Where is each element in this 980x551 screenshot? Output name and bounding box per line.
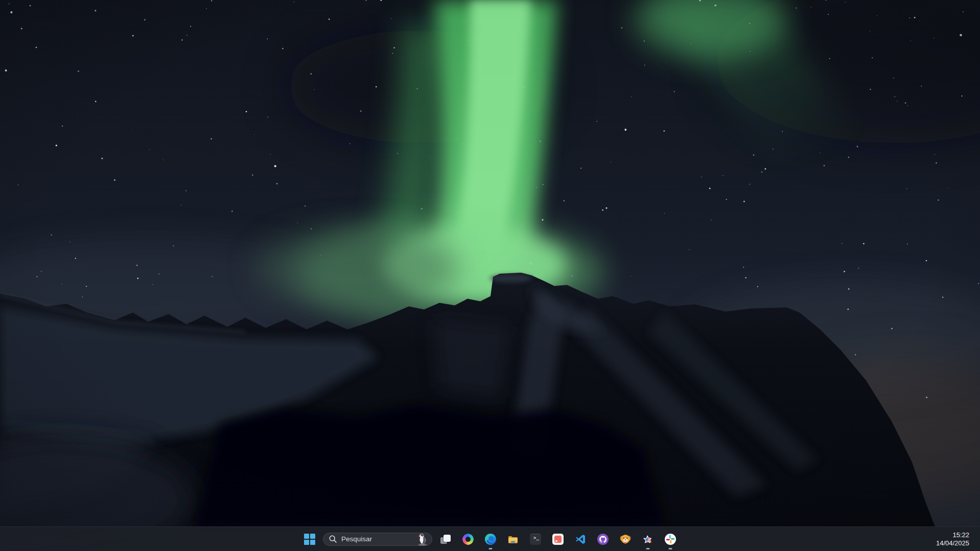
github-desktop-button[interactable] bbox=[592, 528, 614, 550]
slack-button[interactable] bbox=[659, 528, 682, 550]
taskbar: Pesquisar bbox=[0, 526, 980, 551]
windows-logo-icon bbox=[304, 534, 315, 545]
dog-app-button[interactable] bbox=[614, 528, 637, 550]
vscode-button[interactable] bbox=[569, 528, 592, 550]
clock-time: 15:22 bbox=[952, 531, 969, 539]
taskbar-center-group: Pesquisar bbox=[298, 527, 682, 551]
terminal-icon: >_ bbox=[530, 534, 541, 545]
start-button[interactable] bbox=[298, 528, 321, 550]
desktop bbox=[0, 0, 980, 551]
vscode-icon bbox=[574, 533, 587, 545]
red-square-app-icon bbox=[552, 534, 564, 545]
file-explorer-button[interactable] bbox=[502, 528, 524, 550]
slack-icon bbox=[664, 533, 676, 545]
search-placeholder: Pesquisar bbox=[341, 535, 372, 543]
red-app-button[interactable] bbox=[547, 528, 569, 550]
copilot-icon bbox=[462, 533, 474, 545]
clock-date: 14/04/2025 bbox=[936, 539, 969, 547]
task-view-icon bbox=[439, 533, 452, 545]
puffin-bird-icon bbox=[416, 532, 430, 546]
blue-star-red-a-icon: A bbox=[642, 533, 654, 545]
svg-text:A: A bbox=[646, 536, 651, 543]
edge-button[interactable] bbox=[479, 528, 502, 550]
search-icon bbox=[329, 535, 337, 543]
terminal-button[interactable]: >_ bbox=[524, 528, 547, 550]
edge-icon bbox=[484, 533, 497, 545]
task-view-button[interactable] bbox=[434, 528, 457, 550]
wallpaper-aurora-mountains bbox=[0, 0, 980, 551]
star-a-app-button[interactable]: A bbox=[637, 528, 659, 550]
copilot-button[interactable] bbox=[457, 528, 479, 550]
dog-face-icon bbox=[619, 533, 632, 545]
github-octocat-icon bbox=[597, 533, 609, 545]
search-box[interactable]: Pesquisar bbox=[323, 533, 432, 546]
vignette bbox=[0, 0, 980, 551]
folder-icon bbox=[507, 533, 519, 545]
taskbar-clock[interactable]: 15:22 14/04/2025 bbox=[931, 527, 980, 551]
